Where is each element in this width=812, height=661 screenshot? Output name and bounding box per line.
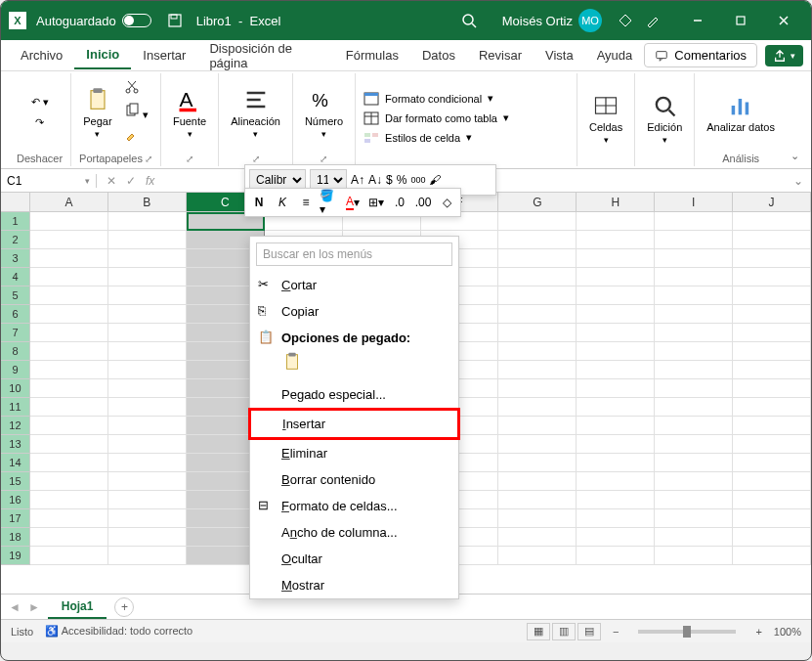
cell[interactable] bbox=[655, 454, 733, 472]
cell[interactable] bbox=[733, 342, 811, 361]
cell[interactable] bbox=[733, 249, 811, 268]
row-header[interactable]: 17 bbox=[1, 509, 30, 528]
cell[interactable] bbox=[498, 435, 577, 454]
cell[interactable] bbox=[30, 509, 108, 528]
cell[interactable] bbox=[655, 268, 733, 286]
row-header[interactable]: 8 bbox=[1, 342, 30, 361]
align-icon[interactable]: ≡ bbox=[296, 193, 316, 212]
cell[interactable] bbox=[108, 398, 187, 417]
search-icon[interactable] bbox=[455, 7, 483, 34]
maximize-button[interactable] bbox=[721, 5, 760, 36]
sheet-tab-hoja1[interactable]: Hoja1 bbox=[48, 595, 107, 619]
decrease-font-icon[interactable]: A↓ bbox=[368, 170, 382, 190]
cell[interactable] bbox=[577, 454, 655, 472]
cell[interactable] bbox=[733, 454, 811, 472]
tab-insertar[interactable]: Insertar bbox=[131, 42, 197, 68]
fx-icon[interactable]: fx bbox=[146, 174, 154, 188]
close-button[interactable] bbox=[764, 5, 803, 36]
tab-archivo[interactable]: Archivo bbox=[9, 42, 74, 68]
cell[interactable] bbox=[108, 435, 187, 454]
zoom-slider[interactable] bbox=[638, 630, 736, 634]
cell[interactable] bbox=[733, 509, 811, 528]
ctx-clear[interactable]: Borrar contenido bbox=[250, 466, 458, 493]
row-header[interactable]: 2 bbox=[1, 231, 30, 249]
cell[interactable] bbox=[733, 212, 811, 231]
row-header[interactable]: 7 bbox=[1, 324, 30, 342]
format-table-button[interactable]: Dar formato como tabla ▾ bbox=[363, 110, 509, 126]
sheet-nav-prev-icon[interactable]: ◄ bbox=[9, 600, 21, 614]
cell[interactable] bbox=[655, 249, 733, 268]
paste-button[interactable]: Pegar ▾ bbox=[79, 84, 115, 141]
autosave-toggle[interactable]: Autoguardado bbox=[36, 14, 151, 28]
row-header[interactable]: 19 bbox=[1, 547, 30, 565]
cell[interactable] bbox=[498, 361, 577, 379]
thousands-icon[interactable]: 000 bbox=[410, 170, 425, 190]
cell[interactable] bbox=[733, 528, 811, 547]
cell[interactable] bbox=[733, 361, 811, 379]
cell[interactable] bbox=[30, 454, 108, 472]
cell[interactable] bbox=[30, 528, 108, 547]
col-header-g[interactable]: G bbox=[498, 193, 577, 211]
cell[interactable] bbox=[577, 324, 655, 342]
cell[interactable] bbox=[30, 398, 108, 417]
cell[interactable] bbox=[108, 491, 187, 509]
cell[interactable] bbox=[577, 286, 655, 305]
cell[interactable] bbox=[577, 528, 655, 547]
cell[interactable] bbox=[577, 491, 655, 509]
cell[interactable] bbox=[577, 398, 655, 417]
cell[interactable] bbox=[655, 286, 733, 305]
italic-icon[interactable]: K bbox=[273, 193, 292, 212]
font-color-icon[interactable]: A▾ bbox=[343, 193, 363, 212]
save-icon[interactable] bbox=[161, 7, 189, 34]
clear-format-icon[interactable]: ◇ bbox=[437, 193, 456, 212]
cell[interactable] bbox=[733, 231, 811, 249]
cell[interactable] bbox=[655, 417, 733, 435]
cell[interactable] bbox=[108, 379, 187, 398]
cell[interactable] bbox=[498, 528, 577, 547]
brush-icon[interactable] bbox=[639, 7, 666, 34]
cell[interactable] bbox=[498, 509, 577, 528]
cell[interactable] bbox=[30, 286, 108, 305]
row-header[interactable]: 11 bbox=[1, 398, 30, 417]
cell[interactable] bbox=[577, 231, 655, 249]
cell[interactable] bbox=[108, 286, 187, 305]
diamond-icon[interactable] bbox=[612, 7, 639, 34]
cell[interactable] bbox=[498, 472, 577, 491]
cell[interactable] bbox=[30, 268, 108, 286]
cell[interactable] bbox=[655, 342, 733, 361]
cell[interactable] bbox=[30, 305, 108, 324]
cell[interactable] bbox=[498, 547, 577, 565]
cell[interactable] bbox=[498, 268, 577, 286]
cell[interactable] bbox=[655, 472, 733, 491]
col-header-a[interactable]: A bbox=[30, 193, 108, 211]
cell[interactable] bbox=[30, 249, 108, 268]
row-header[interactable]: 13 bbox=[1, 435, 30, 454]
cell[interactable] bbox=[733, 491, 811, 509]
cell[interactable] bbox=[108, 509, 187, 528]
view-normal-icon[interactable]: ▦ bbox=[527, 623, 550, 640]
bold-icon[interactable]: N bbox=[249, 193, 269, 212]
cell[interactable] bbox=[577, 509, 655, 528]
cell[interactable] bbox=[577, 379, 655, 398]
zoom-out-button[interactable]: − bbox=[613, 626, 619, 638]
cell[interactable] bbox=[108, 249, 187, 268]
cell[interactable] bbox=[733, 398, 811, 417]
row-header[interactable]: 18 bbox=[1, 528, 30, 547]
percent-icon[interactable]: % bbox=[397, 170, 407, 190]
font-button[interactable]: A Fuente ▾ bbox=[169, 84, 210, 141]
cell[interactable] bbox=[733, 417, 811, 435]
row-header[interactable]: 9 bbox=[1, 361, 30, 379]
row-header[interactable]: 12 bbox=[1, 417, 30, 435]
increase-font-icon[interactable]: A↑ bbox=[351, 170, 364, 190]
tab-revisar[interactable]: Revisar bbox=[467, 42, 534, 68]
cell[interactable] bbox=[498, 231, 577, 249]
cell[interactable] bbox=[498, 379, 577, 398]
tab-formulas[interactable]: Fórmulas bbox=[334, 42, 410, 68]
increase-decimal-icon[interactable]: .00 bbox=[413, 193, 433, 212]
ctx-col-width[interactable]: Ancho de columna... bbox=[250, 519, 458, 546]
cell[interactable] bbox=[108, 454, 187, 472]
cell[interactable] bbox=[655, 509, 733, 528]
cell[interactable] bbox=[577, 212, 655, 231]
col-header-h[interactable]: H bbox=[577, 193, 655, 211]
cell[interactable] bbox=[498, 342, 577, 361]
